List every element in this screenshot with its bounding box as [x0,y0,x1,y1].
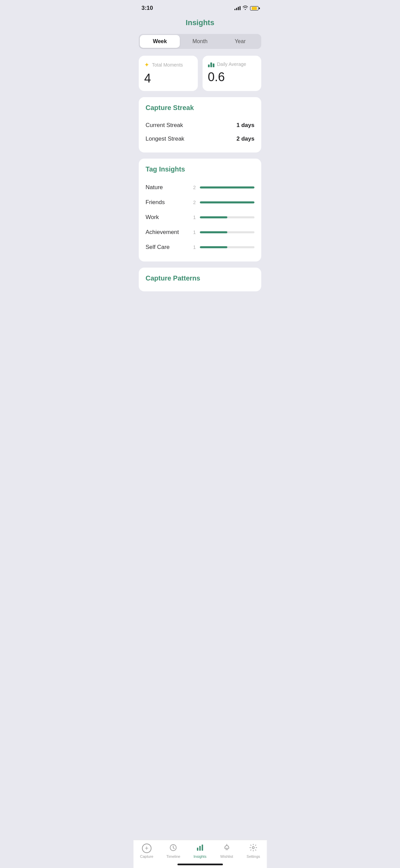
longest-streak-label: Longest Streak [146,135,184,142]
daily-average-label: Daily Average [217,61,246,67]
tag-row: Friends 2 [146,195,254,210]
tag-bar-container [200,186,254,188]
tag-insights-card: Tag Insights Nature 2 Friends 2 Work 1 A… [139,159,261,261]
tag-bar-fill [200,231,227,233]
capture-streak-title: Capture Streak [146,104,254,112]
status-icons [234,5,259,11]
tag-row: Self Care 1 [146,240,254,255]
tag-name: Self Care [146,244,186,251]
battery-icon [250,6,259,11]
page-title: Insights [133,14,267,34]
daily-average-header: Daily Average [208,61,256,67]
capture-patterns-title: Capture Patterns [146,274,254,282]
current-streak-row: Current Streak 1 days [146,119,254,132]
status-time: 3:10 [141,5,153,12]
tag-insights-title: Tag Insights [146,165,254,173]
tab-year[interactable]: Year [220,35,260,48]
tag-row: Nature 2 [146,180,254,195]
status-bar: 3:10 [133,0,267,14]
total-moments-value: 4 [144,71,192,86]
main-content: Insights Week Month Year ✦ Total Moments… [133,14,267,325]
tag-count: 2 [190,185,196,190]
bar-chart-icon [208,61,214,67]
tag-bar-container [200,216,254,218]
longest-streak-value: 2 days [236,135,254,142]
tag-bar-fill [200,216,227,218]
signal-icon [234,6,241,10]
tag-name: Nature [146,184,186,191]
wifi-icon [243,5,248,11]
tag-bar-fill [200,201,254,203]
current-streak-label: Current Streak [146,122,183,129]
tag-count: 1 [190,215,196,220]
capture-patterns-card: Capture Patterns [139,268,261,291]
longest-streak-row: Longest Streak 2 days [146,132,254,146]
capture-streak-card: Capture Streak Current Streak 1 days Lon… [139,97,261,152]
tag-name: Friends [146,199,186,206]
tag-rows-container: Nature 2 Friends 2 Work 1 Achievement 1 [146,180,254,255]
total-moments-header: ✦ Total Moments [144,61,192,69]
tag-bar-container [200,231,254,233]
tab-month[interactable]: Month [180,35,220,48]
daily-average-card: Daily Average 0.6 [203,56,262,91]
tag-bar-container [200,201,254,203]
daily-average-value: 0.6 [208,70,256,84]
tag-bar-fill [200,186,254,188]
tag-name: Achievement [146,229,186,236]
tag-row: Achievement 1 [146,225,254,240]
tag-count: 2 [190,200,196,205]
tag-bar-fill [200,246,227,248]
total-moments-label: Total Moments [152,62,183,68]
stats-row: ✦ Total Moments 4 Daily Average 0.6 [139,56,261,91]
tag-count: 1 [190,230,196,235]
total-moments-card: ✦ Total Moments 4 [139,56,198,91]
tab-week[interactable]: Week [140,35,180,48]
tag-count: 1 [190,245,196,250]
period-tab-selector[interactable]: Week Month Year [139,34,261,49]
tag-bar-container [200,246,254,248]
tag-row: Work 1 [146,210,254,225]
tag-name: Work [146,214,186,221]
current-streak-value: 1 days [236,122,254,129]
sparkle-icon: ✦ [144,61,149,69]
